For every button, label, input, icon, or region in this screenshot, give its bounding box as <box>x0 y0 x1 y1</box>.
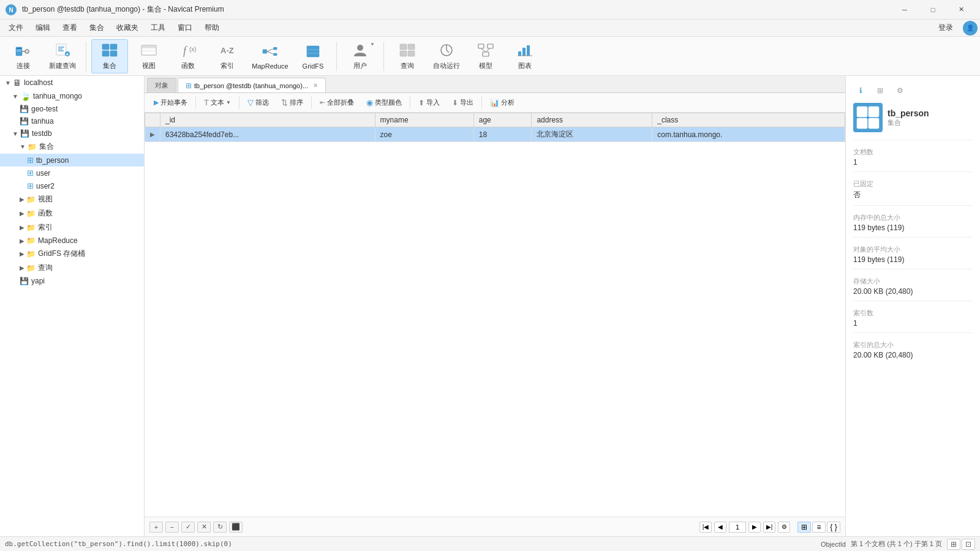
menu-collection[interactable]: 集合 <box>83 20 110 36</box>
toolbar-connect[interactable]: 连接 <box>5 39 42 73</box>
export-button[interactable]: ⬇ 导出 <box>448 96 478 109</box>
toolbar-autorun[interactable]: 自动运行 <box>428 39 465 73</box>
json-view-button[interactable]: { } <box>827 522 840 533</box>
cancel-edit-button[interactable]: ✕ <box>197 522 211 533</box>
menu-favorites[interactable]: 收藏夹 <box>110 20 145 36</box>
toolbar-gridfs-label: GridFS <box>303 62 324 70</box>
sidebar-item-gridfs[interactable]: ▶ 📁 GridFS 存储桶 <box>0 247 144 261</box>
close-button[interactable]: ✕ <box>947 0 975 20</box>
grid-view-button[interactable]: ⊞ <box>797 522 811 533</box>
rp-settings-icon[interactable]: ⚙ <box>892 83 907 98</box>
filter-button[interactable]: ▽ 筛选 <box>243 96 273 109</box>
user-avatar[interactable]: 👤 <box>963 21 978 36</box>
type-color-button[interactable]: ◉ 类型颜色 <box>362 96 406 109</box>
tab-close-icon[interactable]: ✕ <box>313 82 318 89</box>
expand-all-button[interactable]: ⇤ 全部折叠 <box>315 96 358 109</box>
rp-doc-count-value: 1 <box>853 158 973 167</box>
data-toolbar: ▶ 开始事务 T 文本 ▼ ▽ 筛选 ⇅ 排序 ⇤ 全部折叠 <box>145 93 845 113</box>
login-button[interactable]: 登录 <box>933 21 958 34</box>
toolbar-view[interactable]: 视图 <box>130 39 167 73</box>
delete-record-button[interactable]: − <box>165 522 179 533</box>
collection-user-icon: ⊞ <box>27 168 34 178</box>
sidebar-item-user[interactable]: ⊞ user <box>0 167 144 179</box>
sidebar-item-geo-test[interactable]: 💾 geo-test <box>0 103 144 115</box>
menu-window[interactable]: 窗口 <box>172 20 198 36</box>
menu-edit[interactable]: 编辑 <box>29 20 56 36</box>
clear-button[interactable]: ⬛ <box>229 522 243 533</box>
text-mode-button[interactable]: T 文本 ▼ <box>200 96 235 109</box>
confirm-edit-button[interactable]: ✓ <box>181 522 195 533</box>
page-first-button[interactable]: |◀ <box>699 522 712 533</box>
toolbar-collection[interactable]: 集合 <box>91 39 128 73</box>
col-address[interactable]: address <box>532 113 652 127</box>
sidebar-item-localhost[interactable]: ▼ 🖥 localhost <box>0 76 144 89</box>
rp-info-icon[interactable]: ℹ <box>853 83 868 98</box>
toolbar-chart[interactable]: 图表 <box>507 39 543 73</box>
tree-view-button[interactable]: ≡ <box>812 522 826 533</box>
sidebar-item-tanhua-mongo[interactable]: ▼ 🍃 tanhua_mongo <box>0 89 144 103</box>
minimize-button[interactable]: ─ <box>891 0 919 20</box>
collection-tb-person-icon: ⊞ <box>27 156 34 165</box>
toolbar-user[interactable]: 用户 ▼ <box>342 39 379 73</box>
page-number-input[interactable] <box>729 522 746 533</box>
rp-table-icon[interactable]: ⊞ <box>873 83 888 98</box>
toolbar-mapreduce[interactable]: MapReduce <box>248 39 292 73</box>
sidebar-item-collections-folder[interactable]: ▼ 📁 集合 <box>0 140 144 154</box>
maximize-button[interactable]: □ <box>919 0 947 20</box>
sidebar-item-tb-person[interactable]: ⊞ tb_person <box>0 154 144 167</box>
sidebar: ▼ 🖥 localhost ▼ 🍃 tanhua_mongo 💾 geo-tes… <box>0 76 145 536</box>
page-settings-button[interactable]: ⚙ <box>778 522 790 533</box>
status-view-btn1[interactable]: ⊞ <box>947 539 960 550</box>
toolbar-gridfs[interactable]: GridFS <box>295 39 331 73</box>
svg-rect-52 <box>857 118 867 129</box>
sort-button[interactable]: ⇅ 排序 <box>277 96 307 109</box>
svg-rect-41 <box>478 44 484 48</box>
menu-file[interactable]: 文件 <box>2 20 29 36</box>
field-type: ObjectId <box>821 541 846 548</box>
refresh-button[interactable]: ↻ <box>213 522 227 533</box>
col-id[interactable]: _id <box>160 113 375 127</box>
dt-sep5 <box>481 97 482 109</box>
rp-title: tb_person <box>888 108 929 118</box>
app-logo: N <box>5 4 17 16</box>
page-last-button[interactable]: ▶| <box>763 522 775 533</box>
page-prev-button[interactable]: ◀ <box>714 522 726 533</box>
rp-storage-size-value: 20.00 KB (20,480) <box>853 287 973 296</box>
page-next-button[interactable]: ▶ <box>748 522 761 533</box>
col-class[interactable]: _class <box>652 113 845 127</box>
rp-storage-size-label: 存储大小 <box>853 277 973 286</box>
sidebar-item-tanhua[interactable]: 💾 tanhua <box>0 115 144 127</box>
import-button[interactable]: ⬆ 导入 <box>414 96 444 109</box>
menu-view[interactable]: 查看 <box>56 20 83 36</box>
sidebar-item-mapreduce[interactable]: ▶ 📁 MapReduce <box>0 234 144 247</box>
toolbar-model[interactable]: 模型 <box>467 39 504 73</box>
begin-tx-button[interactable]: ▶ 开始事务 <box>149 96 192 109</box>
col-myname[interactable]: myname <box>375 113 473 127</box>
sidebar-item-yapi[interactable]: 💾 yapi <box>0 275 144 287</box>
col-age[interactable]: age <box>473 113 532 127</box>
sidebar-item-views[interactable]: ▶ 📁 视图 <box>0 192 144 206</box>
sidebar-item-user2[interactable]: ⊞ user2 <box>0 179 144 192</box>
table-row[interactable]: ▶ 63428ba254fedd7eb... zoe 18 北京海淀区 com.… <box>145 127 845 142</box>
sidebar-item-testdb[interactable]: ▼ 💾 testdb <box>0 127 144 140</box>
analyze-button[interactable]: 📊 分析 <box>486 96 519 109</box>
svg-line-28 <box>267 48 274 51</box>
toolbar-function[interactable]: f (x) 函数 <box>170 39 206 73</box>
add-record-button[interactable]: + <box>149 522 163 533</box>
tab-objects[interactable]: 对象 <box>147 78 176 92</box>
tab-data[interactable]: ⊞ tb_person @testdb (tanhua_mongo)... ✕ <box>178 78 326 92</box>
menu-tools[interactable]: 工具 <box>145 20 172 36</box>
dt-sep2 <box>239 97 239 109</box>
cell-age: 18 <box>473 127 532 142</box>
sidebar-item-queries[interactable]: ▶ 📁 查询 <box>0 261 144 275</box>
status-view-btn2[interactable]: ⊡ <box>962 539 975 550</box>
page-info: 第 1 个文档 (共 1 个) 于第 1 页 <box>851 539 942 549</box>
svg-rect-15 <box>102 44 109 50</box>
toolbar-query[interactable]: 查询 <box>389 39 426 73</box>
menu-help[interactable]: 帮助 <box>198 20 225 36</box>
toolbar-new-query[interactable]: + 新建查询 <box>44 39 81 73</box>
sidebar-item-indexes[interactable]: ▶ 📁 索引 <box>0 220 144 234</box>
sidebar-item-functions[interactable]: ▶ 📁 函数 <box>0 206 144 220</box>
rp-total-size-label: 内存中的总大小 <box>853 213 973 222</box>
toolbar-index[interactable]: A-Z 索引 <box>209 39 246 73</box>
